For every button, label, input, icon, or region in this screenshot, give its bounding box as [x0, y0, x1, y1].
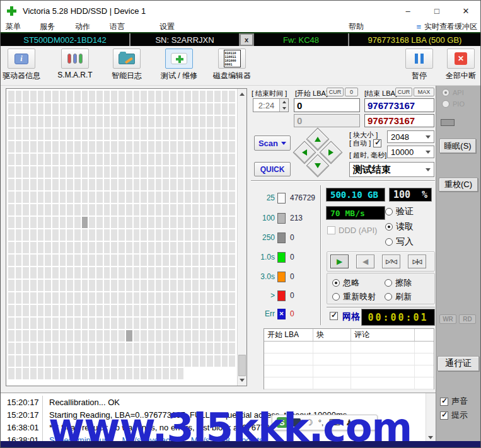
hint-checkbox-row[interactable]: 提示	[440, 410, 468, 421]
radio-icon	[385, 279, 392, 287]
block-cell	[16, 217, 22, 228]
scrollbar-thumb[interactable]	[238, 355, 246, 376]
minimize-button[interactable]: –	[393, 1, 422, 21]
maximize-button[interactable]: □	[422, 1, 451, 21]
spinner-arrows[interactable]	[279, 99, 288, 112]
play-forward-button[interactable]: ▶	[330, 255, 349, 268]
mode-write-radio[interactable]: 写入	[385, 236, 414, 248]
log-scrollbar[interactable]	[426, 393, 436, 443]
block-cell	[214, 318, 221, 329]
ddd-checkbox[interactable]	[327, 226, 335, 234]
passport-button[interactable]: 通行证	[438, 356, 479, 371]
menu-item-help[interactable]: 帮助	[349, 21, 364, 32]
block-cell	[104, 267, 110, 279]
wr-button[interactable]: WR	[439, 314, 456, 324]
action-remap-radio[interactable]: 重新映射	[332, 291, 376, 302]
block-cell	[111, 343, 117, 354]
grid-scrollbar[interactable]	[237, 89, 246, 386]
grid-checkbox[interactable]	[330, 312, 338, 320]
scan-button[interactable]: Scan	[254, 135, 291, 151]
menu-item-settings[interactable]: 设置	[159, 21, 175, 32]
recalibrate-button[interactable]: 重校(C)	[439, 178, 478, 192]
block-cell	[119, 330, 125, 342]
sound-checkbox[interactable]	[440, 398, 448, 406]
action-refresh-radio[interactable]: 刷新	[385, 291, 412, 302]
menu-item-main[interactable]: 菜单	[6, 21, 21, 32]
menu-item-language[interactable]: 语言	[110, 21, 125, 32]
block-cell	[214, 255, 221, 266]
toolbar-smart-button[interactable]: S.M.A.R.T	[54, 49, 96, 79]
auto-checkbox[interactable]	[373, 139, 381, 147]
end-time-spinner[interactable]: 2:24	[253, 98, 289, 112]
block-cell	[141, 229, 147, 241]
block-size-select[interactable]: 2048	[387, 130, 434, 143]
hint-checkbox[interactable]	[440, 411, 448, 420]
drive-tab-close-button[interactable]: x	[240, 34, 253, 45]
block-cell	[192, 355, 199, 367]
block-cell	[119, 179, 125, 190]
toolbar-disk-editor-button[interactable]: 010110 110011 101000 0001 磁盘编辑器	[211, 49, 253, 81]
block-cell	[38, 103, 44, 115]
block-cell	[192, 129, 199, 140]
block-cell	[67, 229, 73, 241]
start-lba-cur-button[interactable]: CUR	[327, 88, 344, 96]
toolbar-smart-log-button[interactable]: 智能日志	[106, 49, 148, 81]
block-cell	[104, 129, 110, 140]
rd-button[interactable]: RD	[459, 314, 476, 324]
scroll-down-icon[interactable]	[428, 436, 433, 439]
menu-item-service[interactable]: 服务	[40, 21, 55, 32]
butterfly-seek-button[interactable]: ▷|◁	[408, 255, 426, 268]
sleep-button[interactable]: 睡眠(S)	[439, 139, 476, 153]
menu-item-actions[interactable]: 动作	[75, 21, 90, 32]
block-cell	[185, 242, 191, 253]
mode-read-radio[interactable]: 读取	[385, 221, 414, 233]
block-cell	[134, 103, 140, 115]
block-cell	[111, 154, 117, 165]
end-lba-cur-button[interactable]: CUR	[395, 88, 412, 96]
close-button[interactable]: ✕	[451, 1, 480, 21]
block-cell	[38, 343, 44, 354]
scroll-up-icon[interactable]	[240, 93, 245, 96]
toolbar-pause-button[interactable]: 暂停	[398, 49, 440, 81]
block-cell	[214, 129, 221, 140]
stat-value: 0	[290, 233, 294, 242]
block-cell	[30, 368, 37, 379]
action-ignore-radio[interactable]: 忽略	[332, 277, 359, 289]
live-buffer-toggle[interactable]: ≡ 实时查看缓冲区	[416, 21, 477, 32]
quick-button[interactable]: QUICK	[254, 162, 291, 176]
block-cell	[185, 267, 191, 279]
block-cell	[67, 355, 73, 367]
block-cell	[214, 280, 221, 291]
scroll-down-icon[interactable]	[240, 379, 245, 382]
block-cell	[96, 318, 103, 329]
play-backward-button[interactable]: ◀	[356, 255, 374, 268]
block-cell	[200, 330, 206, 342]
sound-checkbox-row[interactable]: 声音	[440, 396, 468, 407]
action-erase-radio[interactable]: 擦除	[385, 277, 412, 289]
toolbar-abort-button[interactable]: ✕ 全部中断	[440, 49, 481, 81]
block-cell	[111, 217, 117, 228]
block-cell	[8, 166, 14, 178]
toolbar-test-repair-button[interactable]: 测试 / 维修	[158, 49, 200, 81]
start-lba-input[interactable]: 0	[294, 98, 360, 112]
mode-verify-radio[interactable]: 验证	[385, 206, 414, 217]
start-lba-zero-button[interactable]: 0	[345, 88, 358, 96]
end-lba-input[interactable]: 976773167	[364, 98, 434, 112]
block-cell	[229, 330, 235, 342]
random-seek-button[interactable]: ▷?◁	[382, 255, 400, 268]
end-lba-max-button[interactable]: MAX	[414, 88, 434, 96]
block-cell	[119, 368, 125, 379]
block-cell	[156, 292, 162, 304]
end-lba-alt-input[interactable]: 976773167	[364, 114, 434, 127]
timeout-select[interactable]: 10000	[387, 146, 434, 158]
api-radio[interactable]: API	[442, 89, 464, 96]
toolbar-drive-info-button[interactable]: i 驱动器信息	[1, 49, 42, 81]
block-cell	[214, 179, 221, 190]
block-cell	[200, 192, 206, 203]
block-cell	[200, 141, 206, 152]
block-cell	[60, 91, 66, 102]
pio-radio[interactable]: PIO	[442, 100, 465, 108]
block-cell	[185, 292, 191, 304]
after-action-select[interactable]: 测试结束	[349, 162, 434, 177]
block-cell	[96, 242, 103, 253]
